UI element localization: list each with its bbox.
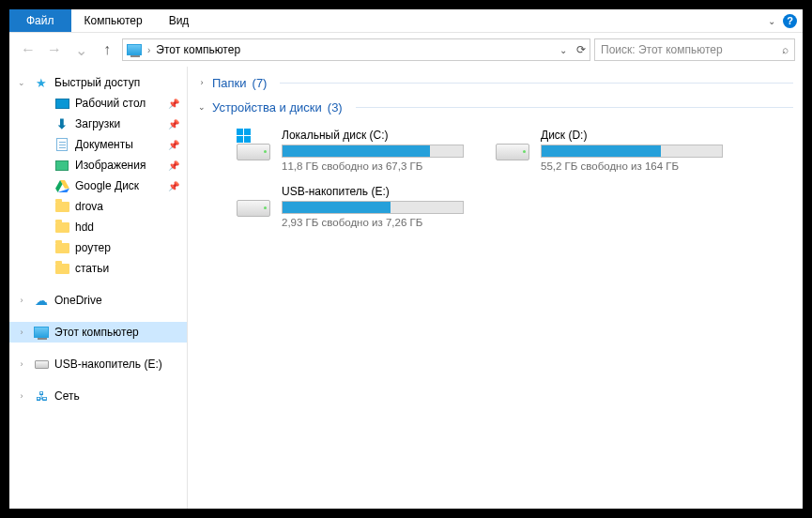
menu-view[interactable]: Вид: [156, 9, 203, 32]
folder-icon: [54, 199, 69, 214]
sidebar-this-pc[interactable]: › Этот компьютер: [9, 322, 187, 343]
drive-item[interactable]: Диск (D:)55,2 ГБ свободно из 164 ГБ: [490, 125, 727, 175]
pin-icon: 📌: [168, 160, 179, 171]
this-pc-icon: [127, 42, 142, 57]
folder-icon: [54, 220, 69, 235]
sidebar-item-label: роутер: [75, 241, 111, 254]
drive-usage-fill: [542, 145, 661, 157]
content-pane: › Папки (7) ⌄ Устройства и диски (3) Лок…: [188, 67, 803, 509]
drive-name: USB-накопитель (E:): [282, 185, 464, 198]
sidebar-item-label: USB-накопитель (E:): [54, 358, 162, 371]
folder-icon: [54, 261, 69, 276]
group-header-folders[interactable]: › Папки (7): [197, 70, 793, 95]
address-bar[interactable]: › Этот компьютер ⌄ ⟳: [122, 38, 590, 61]
drive-usage-bar: [541, 145, 723, 158]
drive-icon: [494, 129, 531, 160]
menu-computer[interactable]: Компьютер: [71, 9, 156, 32]
drive-item[interactable]: Локальный диск (C:)11,8 ГБ свободно из 6…: [231, 125, 467, 175]
drives-list: Локальный диск (C:)11,8 ГБ свободно из 6…: [197, 119, 793, 237]
drive-info: Локальный диск (C:)11,8 ГБ свободно из 6…: [282, 129, 464, 172]
sidebar-onedrive[interactable]: › ☁ OneDrive: [9, 290, 187, 311]
collapse-icon[interactable]: ›: [197, 78, 207, 87]
downloads-icon: ⬇: [54, 116, 69, 131]
refresh-icon[interactable]: ⟳: [576, 43, 586, 56]
address-dropdown-icon[interactable]: ⌄: [559, 45, 567, 55]
sidebar-quick-access[interactable]: ⌄ ★ Быстрый доступ: [9, 72, 187, 93]
sidebar-network[interactable]: › 🖧 Сеть: [9, 386, 187, 406]
expand-icon[interactable]: ›: [17, 296, 26, 305]
sidebar-item-downloads[interactable]: ⬇ Загрузки 📌: [9, 114, 187, 134]
sidebar-item-label: Документы: [75, 138, 133, 151]
group-count: (7): [253, 76, 268, 90]
sidebar-item-documents[interactable]: Документы 📌: [9, 134, 187, 155]
expand-icon[interactable]: ⌄: [197, 102, 207, 112]
search-placeholder: Поиск: Этот компьютер: [601, 43, 723, 56]
drive-info: USB-накопитель (E:)2,93 ГБ свободно из 7…: [282, 185, 464, 228]
sidebar-item-drova[interactable]: drova: [9, 196, 187, 217]
quick-access-icon: ★: [34, 75, 49, 90]
group-label: Устройства и диски: [212, 100, 322, 114]
pin-icon: 📌: [168, 99, 179, 109]
help-icon[interactable]: ?: [783, 14, 797, 28]
ribbon-expand-icon[interactable]: ⌄: [768, 16, 775, 26]
sidebar-item-router[interactable]: роутер: [9, 237, 187, 258]
forward-button[interactable]: →: [43, 38, 66, 61]
sidebar-item-label: статьи: [75, 262, 109, 275]
this-pc-icon: [34, 325, 49, 340]
drive-free-text: 55,2 ГБ свободно из 164 ГБ: [541, 160, 723, 172]
search-icon: ⌕: [782, 43, 789, 56]
navigation-bar: ← → ⌄ ↑ › Этот компьютер ⌄ ⟳ Поиск: Этот…: [9, 33, 803, 67]
drive-free-text: 2,93 ГБ свободно из 7,26 ГБ: [282, 217, 464, 228]
sidebar-item-google-drive[interactable]: Google Диск 📌: [9, 175, 187, 196]
sidebar-item-label: Загрузки: [75, 117, 120, 130]
sidebar-item-label: Рабочий стол: [75, 97, 146, 110]
sidebar-item-desktop[interactable]: Рабочий стол 📌: [9, 93, 187, 114]
menu-file[interactable]: Файл: [9, 9, 71, 32]
expand-icon[interactable]: ›: [17, 328, 26, 337]
menu-bar: Файл Компьютер Вид ⌄ ?: [9, 9, 803, 33]
documents-icon: [54, 137, 69, 152]
recent-locations-button[interactable]: ⌄: [69, 38, 92, 61]
back-button[interactable]: ←: [17, 38, 39, 61]
drive-usage-fill: [283, 202, 391, 213]
search-input[interactable]: Поиск: Этот компьютер ⌕: [594, 38, 795, 61]
group-label: Папки: [212, 76, 247, 90]
google-drive-icon: [54, 178, 69, 193]
drive-name: Локальный диск (C:): [282, 129, 464, 142]
pin-icon: 📌: [168, 181, 179, 191]
network-icon: 🖧: [34, 388, 49, 404]
expand-icon[interactable]: ⌄: [17, 78, 26, 87]
sidebar-item-label: Быстрый доступ: [54, 76, 140, 89]
explorer-body: ⌄ ★ Быстрый доступ Рабочий стол 📌 ⬇ Загр…: [9, 67, 803, 509]
group-header-devices[interactable]: ⌄ Устройства и диски (3): [197, 95, 793, 119]
sidebar-item-label: Изображения: [75, 159, 146, 172]
drive-name: Диск (D:): [541, 129, 723, 142]
breadcrumb-separator-icon: ›: [147, 45, 150, 55]
sidebar-usb-drive[interactable]: › USB-накопитель (E:): [9, 354, 187, 374]
drive-icon: [235, 129, 272, 160]
onedrive-icon: ☁: [34, 293, 49, 308]
sidebar-item-label: drova: [75, 200, 103, 213]
navigation-pane: ⌄ ★ Быстрый доступ Рабочий стол 📌 ⬇ Загр…: [9, 67, 188, 509]
up-button[interactable]: ↑: [96, 38, 118, 61]
usb-drive-icon: [34, 357, 49, 372]
drive-free-text: 11,8 ГБ свободно из 67,3 ГБ: [282, 160, 464, 172]
drive-usage-bar: [282, 145, 464, 158]
sidebar-item-hdd[interactable]: hdd: [9, 217, 187, 237]
sidebar-item-label: Сеть: [54, 389, 80, 403]
drive-usage-bar: [282, 201, 464, 214]
sidebar-item-label: OneDrive: [54, 294, 102, 307]
group-count: (3): [328, 100, 343, 114]
sidebar-item-pictures[interactable]: Изображения 📌: [9, 155, 187, 175]
expand-icon[interactable]: ›: [17, 391, 26, 401]
expand-icon[interactable]: ›: [17, 359, 26, 369]
desktop-icon: [54, 96, 69, 111]
group-divider: [356, 107, 793, 108]
sidebar-item-label: hdd: [75, 221, 94, 234]
pin-icon: 📌: [168, 140, 179, 150]
folder-icon: [54, 240, 69, 255]
drive-item[interactable]: USB-накопитель (E:)2,93 ГБ свободно из 7…: [231, 181, 467, 232]
sidebar-item-articles[interactable]: статьи: [9, 258, 187, 279]
drive-usage-fill: [283, 145, 430, 157]
sidebar-item-label: Этот компьютер: [54, 326, 139, 339]
